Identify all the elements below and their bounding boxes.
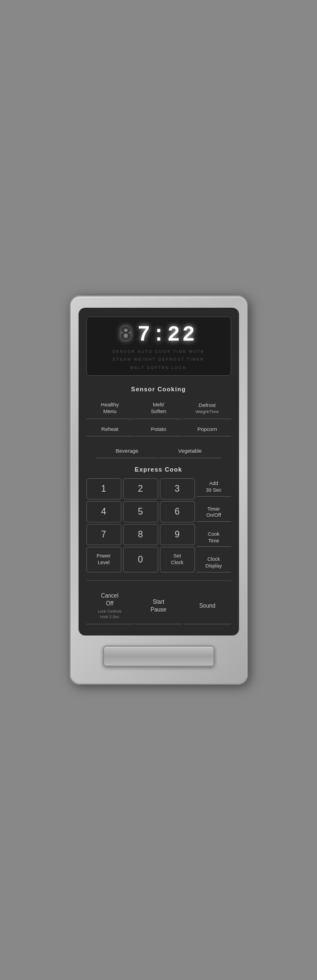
num-9-button[interactable]: 9	[160, 524, 195, 545]
display-area: 8 7:22 SENSOR AUTO COOK TIME MUTE STEAM …	[86, 317, 231, 376]
action-row: CancelOff Lock ControlsHold 3 Sec StartP…	[86, 580, 231, 625]
beverage-button[interactable]: Beverage	[96, 444, 158, 458]
express-cook-grid: 1 2 3 4 5 6 7 8 9 PowerLevel 0 SetClock …	[86, 478, 231, 572]
defrost-button[interactable]: DefrostWeight/Time	[183, 398, 231, 419]
timer-on-off-button[interactable]: TimerOn/Off	[197, 504, 231, 522]
power-level-button[interactable]: PowerLevel	[86, 547, 121, 572]
vegetable-button[interactable]: Vegetable	[159, 444, 221, 458]
num-4-button[interactable]: 4	[86, 501, 121, 522]
express-cook-section: Express Cook 1 2 3 4 5 6 7 8 9 PowerLeve…	[86, 466, 231, 572]
potato-button[interactable]: Potato	[135, 423, 182, 436]
cancel-off-button[interactable]: CancelOff Lock ControlsHold 3 Sec	[86, 588, 134, 625]
function-column: Add30 Sec TimerOn/Off CookTime ClockDisp…	[197, 478, 231, 572]
num-2-button[interactable]: 2	[123, 478, 158, 499]
status-line2: STEAM WEIGHT DEFROST TIMER	[94, 357, 224, 363]
num-0-button[interactable]: 0	[123, 547, 158, 572]
popcorn-button[interactable]: Popcorn	[183, 423, 231, 436]
cook-time-button[interactable]: CookTime	[197, 529, 231, 547]
num-8-button[interactable]: 8	[123, 524, 158, 545]
clock-display-button[interactable]: ClockDisplay	[197, 554, 231, 572]
add-30-sec-button[interactable]: Add30 Sec	[197, 478, 231, 496]
reheat-button[interactable]: Reheat	[86, 423, 134, 436]
number-grid: 1 2 3 4 5 6 7 8 9 PowerLevel 0 SetClock	[86, 478, 195, 572]
sensor-cooking-row1: HealthyMenu Melt/Soften DefrostWeight/Ti…	[86, 398, 231, 419]
set-clock-button[interactable]: SetClock	[160, 547, 195, 572]
sensor-cooking-row3: Beverage Vegetable	[86, 444, 231, 458]
status-line3: MELT SOFTEN LOCK	[94, 365, 224, 371]
num-5-button[interactable]: 5	[123, 501, 158, 522]
status-line1: SENSOR AUTO COOK TIME MUTE	[94, 349, 224, 355]
healthy-menu-button[interactable]: HealthyMenu	[86, 398, 134, 419]
num-3-button[interactable]: 3	[160, 478, 195, 499]
num-7-button[interactable]: 7	[86, 524, 121, 545]
sound-button[interactable]: Sound	[184, 588, 231, 625]
door-handle-area	[79, 646, 239, 667]
start-pause-button[interactable]: StartPause	[135, 588, 182, 625]
sensor-cooking-row2: Reheat Potato Popcorn	[86, 423, 231, 436]
microwave-body: 8 7:22 SENSOR AUTO COOK TIME MUTE STEAM …	[70, 295, 248, 685]
clock-ghost-digit: 8	[120, 323, 134, 346]
clock-display-digits: 8 7:22	[94, 323, 224, 347]
door-handle[interactable]	[103, 646, 214, 667]
express-cook-label: Express Cook	[86, 466, 231, 473]
lock-controls-note: Lock ControlsHold 3 Sec	[87, 609, 133, 620]
num-1-button[interactable]: 1	[86, 478, 121, 499]
clock-time: 7:22	[138, 323, 197, 347]
melt-soften-button[interactable]: Melt/Soften	[135, 398, 182, 419]
control-panel: 8 7:22 SENSOR AUTO COOK TIME MUTE STEAM …	[79, 308, 239, 636]
num-6-button[interactable]: 6	[160, 501, 195, 522]
sensor-cooking-label: Sensor Cooking	[86, 386, 231, 392]
